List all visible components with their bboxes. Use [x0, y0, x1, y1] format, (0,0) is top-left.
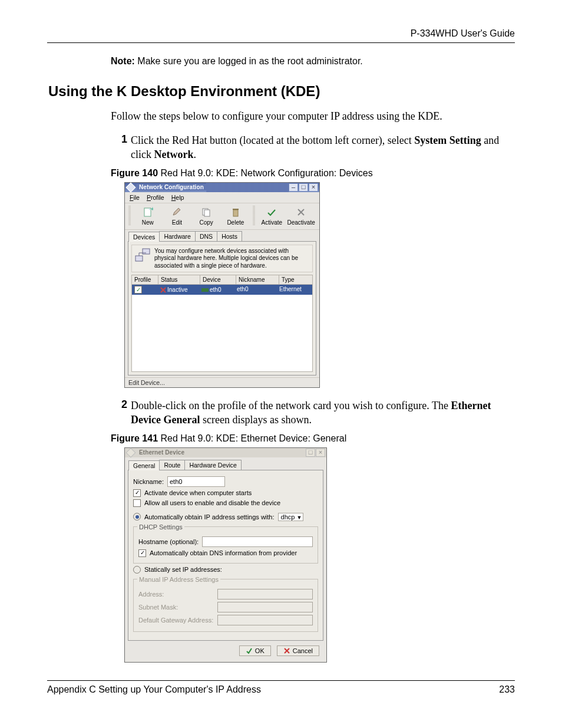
step-text: . [193, 149, 196, 160]
copy-icon [191, 206, 221, 219]
svg-rect-3 [204, 210, 210, 216]
hostname-label: Hostname (optional): [138, 538, 199, 545]
figure-caption-text: Red Hat 9.0: KDE: Network Configuration:… [158, 168, 373, 178]
ok-check-icon [246, 647, 253, 654]
manual-ip-group: Manual IP Address Settings Address: Subn… [133, 576, 318, 632]
nickname-label: Nickname: [133, 478, 164, 485]
header-guide-title: P-334WHD User's Guide [47, 28, 515, 39]
toolbar-edit[interactable]: Edit [163, 206, 192, 226]
hostname-input[interactable] [202, 536, 313, 547]
step-number: 2 [111, 398, 127, 427]
tab-general[interactable]: General [128, 460, 160, 470]
svg-rect-5 [233, 209, 239, 210]
col-device[interactable]: Device [200, 275, 236, 284]
cancel-button[interactable]: Cancel [277, 645, 319, 656]
statusbar: Edit Device... [125, 377, 319, 387]
dhcp-settings-group: DHCP Settings Hostname (optional): ✓ Aut… [133, 523, 318, 564]
header-rule [47, 42, 515, 43]
tabs: Devices Hardware DNS Hosts [125, 231, 319, 241]
close-button[interactable]: × [316, 449, 325, 457]
table-row[interactable]: ✓ Inactive eth0 eth0 Ethernet [132, 285, 312, 295]
note-line: Note: Make sure you are logged in as the… [111, 56, 515, 67]
subnet-mask-label: Subnet Mask: [138, 604, 214, 611]
menu-profile[interactable]: Profile [147, 194, 164, 201]
auto-ip-radio[interactable] [133, 513, 141, 521]
profile-checkbox-icon[interactable]: ✓ [134, 286, 142, 294]
tab-route[interactable]: Route [159, 460, 185, 470]
menu-help[interactable]: Help [171, 194, 184, 201]
svg-rect-8 [201, 288, 209, 292]
step-text: screen displays as shown. [200, 414, 311, 426]
dhcp-dropdown-value: dhcp [281, 513, 295, 521]
network-devices-icon [134, 248, 151, 264]
info-box: You may configure network devices associ… [131, 245, 313, 273]
window-menu-icon[interactable] [126, 182, 136, 192]
col-status[interactable]: Status [158, 275, 200, 284]
toolbar-deactivate[interactable]: Deactivate [286, 206, 316, 226]
svg-text:+: + [151, 207, 153, 212]
devices-table[interactable]: Profile Status Device Nickname Type ✓ In… [131, 275, 313, 372]
footer-rule [47, 680, 515, 681]
auto-dns-checkbox[interactable]: ✓ [138, 549, 146, 557]
auto-dns-label: Automatically obtain DNS information fro… [150, 549, 297, 556]
step-text: Double-click on the profile of the netwo… [131, 400, 451, 411]
footer-left: Appendix C Setting up Your Computer's IP… [47, 684, 261, 695]
menu-file[interactable]: File [130, 194, 140, 201]
static-ip-radio[interactable] [133, 566, 141, 574]
close-button[interactable]: × [309, 183, 318, 192]
delete-icon [221, 206, 250, 219]
window-menu-icon[interactable] [126, 447, 136, 457]
nickname-input[interactable] [167, 476, 225, 487]
titlebar[interactable]: Ethernet Device □ × [125, 448, 326, 457]
allow-all-users-checkbox[interactable] [133, 499, 141, 507]
ok-button[interactable]: OK [239, 645, 271, 656]
gateway-label: Default Gateway Address: [138, 617, 214, 624]
figure-caption: Figure 141 Red Hat 9.0: KDE: Ethernet De… [111, 433, 515, 444]
dhcp-dropdown[interactable]: dhcp ▼ [278, 513, 304, 521]
deactivate-icon [286, 206, 316, 219]
activate-on-boot-checkbox[interactable]: ✓ [133, 489, 141, 497]
figure-label: Figure 140 [111, 168, 158, 178]
activate-icon [257, 206, 287, 219]
manual-ip-legend: Manual IP Address Settings [137, 576, 220, 583]
tab-panel-general: Nickname: ✓ Activate device when compute… [128, 470, 323, 641]
tab-dns[interactable]: DNS [195, 231, 217, 241]
nic-icon [201, 287, 209, 293]
chevron-down-icon: ▼ [296, 515, 302, 521]
cell-status: Inactive [167, 286, 187, 293]
toolbar-new[interactable]: + New [133, 206, 163, 226]
tab-devices[interactable]: Devices [128, 232, 160, 242]
toolbar-grip[interactable] [253, 206, 255, 226]
tab-hosts[interactable]: Hosts [217, 231, 242, 241]
maximize-button[interactable]: □ [306, 449, 315, 457]
toolbar-delete[interactable]: Delete [221, 206, 250, 226]
window-title: Ethernet Device [137, 449, 187, 456]
step-body: Click the Red Hat button (located at the… [131, 133, 515, 162]
table-header: Profile Status Device Nickname Type [132, 275, 312, 285]
toolbar-copy[interactable]: Copy [191, 206, 221, 226]
window-network-configuration: Network Configuration – □ × File Profile… [124, 182, 320, 388]
step-number: 1 [111, 133, 127, 162]
edit-icon [163, 206, 192, 219]
svg-rect-4 [233, 210, 238, 216]
gateway-input [217, 615, 313, 625]
new-icon: + [133, 206, 163, 219]
toolbar-activate[interactable]: Activate [257, 206, 287, 226]
titlebar[interactable]: Network Configuration – □ × [125, 183, 319, 192]
toolbar-grip[interactable] [128, 206, 131, 226]
maximize-button[interactable]: □ [299, 183, 308, 192]
step-text: Click the Red Hat button (located at the… [131, 134, 414, 146]
auto-ip-label: Automatically obtain IP address settings… [144, 513, 275, 521]
col-profile[interactable]: Profile [132, 275, 158, 284]
minimize-button[interactable]: – [289, 183, 298, 192]
table-empty-area[interactable] [132, 295, 312, 371]
svg-rect-6 [143, 249, 150, 254]
tab-panel-devices: You may configure network devices associ… [128, 241, 316, 376]
status-inactive-icon [160, 287, 166, 293]
tab-hardware-device[interactable]: Hardware Device [184, 460, 242, 470]
tab-hardware[interactable]: Hardware [159, 231, 196, 241]
note-label: Note: [111, 56, 135, 66]
address-input [217, 589, 313, 599]
col-type[interactable]: Type [279, 275, 312, 284]
col-nickname[interactable]: Nickname [236, 275, 279, 284]
